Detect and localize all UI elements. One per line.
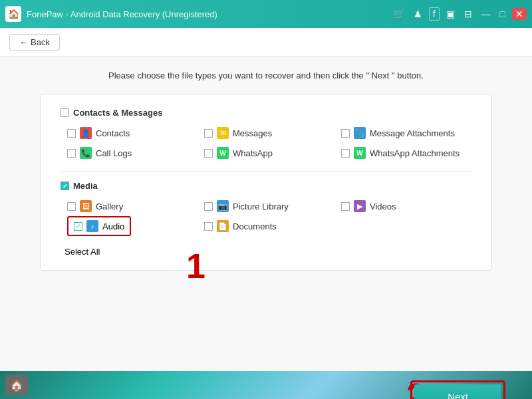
message-attachments-label: Message Attachments [370, 128, 455, 138]
media-label: Media [73, 181, 98, 191]
contacts-icon: 👤 [80, 127, 92, 139]
contacts-messages-checkbox[interactable] [61, 108, 69, 117]
call-logs-icon: 📞 [80, 147, 92, 159]
close-button[interactable]: ✕ [512, 8, 527, 20]
videos-label: Videos [370, 201, 396, 211]
message-attachments-item[interactable]: 📎 Message Attachments [341, 127, 471, 139]
documents-label: Documents [233, 221, 277, 231]
contacts-messages-grid: 👤 Contacts ✉ Messages 📎 Message Attachme… [61, 127, 471, 159]
messages-item[interactable]: ✉ Messages [204, 127, 334, 139]
audio-label: Audio [102, 221, 124, 231]
maximize-button[interactable]: □ [497, 7, 508, 21]
app-icon: 🏠 [5, 6, 21, 22]
window-controls: 🛒 ♟ f ▣ ⊟ — □ ✕ [390, 7, 527, 21]
next-button[interactable]: Next [414, 384, 501, 399]
videos-icon: ▶ [354, 200, 366, 212]
gallery-label: Gallery [96, 201, 123, 211]
gallery-icon: 🖼 [80, 200, 92, 212]
picture-library-item[interactable]: 📷 Picture Library [204, 200, 334, 212]
back-button[interactable]: ← Back [9, 34, 60, 51]
whatsapp-attachments-icon: W [354, 147, 366, 159]
contacts-checkbox[interactable] [67, 129, 76, 138]
section-divider [61, 171, 471, 172]
whatsapp-attachments-item[interactable]: W WhatsApp Attachments [341, 147, 471, 159]
back-arrow-icon: ← [19, 37, 28, 47]
account-icon[interactable]: ♟ [411, 7, 425, 21]
picture-library-checkbox[interactable] [204, 202, 213, 211]
picture-library-icon: 📷 [217, 200, 229, 212]
messages-icon: ✉ [217, 127, 229, 139]
whatsapp-attachments-label: WhatsApp Attachments [370, 148, 460, 158]
audio-icon: ♪ [86, 220, 98, 232]
select-all-row[interactable]: Select All [61, 247, 471, 257]
call-logs-label: Call Logs [96, 148, 132, 158]
media-section-header[interactable]: Media [61, 181, 471, 191]
picture-library-label: Picture Library [233, 201, 289, 211]
cart-icon[interactable]: 🛒 [390, 7, 407, 21]
documents-checkbox[interactable] [204, 222, 213, 231]
settings-icon[interactable]: ⊟ [462, 7, 475, 21]
messages-checkbox[interactable] [204, 129, 213, 138]
home-icon: 🏠 [10, 379, 23, 392]
instruction-text: Please choose the file types you want to… [27, 70, 505, 80]
call-logs-checkbox[interactable] [67, 149, 76, 158]
audio-checkbox[interactable] [74, 222, 82, 231]
selection-panel: Contacts & Messages 👤 Contacts ✉ Message… [40, 94, 492, 271]
back-label: Back [31, 37, 50, 47]
share-icon[interactable]: ▣ [444, 7, 458, 21]
whatsapp-icon: W [217, 147, 229, 159]
whatsapp-attachments-checkbox[interactable] [341, 149, 350, 158]
media-checkbox[interactable] [61, 182, 69, 190]
videos-checkbox[interactable] [341, 202, 350, 211]
app-title: FonePaw - Android Data Recovery (Unregis… [27, 9, 390, 19]
gallery-item[interactable]: 🖼 Gallery [67, 200, 198, 212]
whatsapp-item[interactable]: W WhatsApp [204, 147, 334, 159]
contacts-messages-label: Contacts & Messages [73, 108, 162, 118]
audio-item-highlighted[interactable]: ♪ Audio [67, 216, 131, 236]
nav-bar: ← Back [0, 28, 532, 57]
next-button-wrapper: Next [410, 380, 505, 399]
call-logs-item[interactable]: 📞 Call Logs [67, 147, 198, 159]
home-button[interactable]: 🏠 [5, 375, 28, 395]
gallery-checkbox[interactable] [67, 202, 76, 211]
videos-item[interactable]: ▶ Videos [341, 200, 471, 212]
contacts-messages-section-header[interactable]: Contacts & Messages [61, 108, 471, 118]
messages-label: Messages [233, 128, 272, 138]
contacts-item[interactable]: 👤 Contacts [67, 127, 198, 139]
documents-item[interactable]: 📄 Documents [204, 220, 334, 232]
facebook-icon[interactable]: f [429, 7, 440, 21]
title-bar: 🏠 FonePaw - Android Data Recovery (Unreg… [0, 0, 532, 28]
minimize-button[interactable]: — [479, 7, 493, 21]
message-attachments-icon: 📎 [354, 127, 366, 139]
main-content: Please choose the file types you want to… [0, 57, 532, 371]
media-grid: 🖼 Gallery 📷 Picture Library ▶ Videos [61, 200, 471, 212]
contacts-label: Contacts [96, 128, 130, 138]
documents-icon: 📄 [217, 220, 229, 232]
whatsapp-checkbox[interactable] [204, 149, 213, 158]
message-attachments-checkbox[interactable] [341, 129, 350, 138]
select-all-label: Select All [65, 247, 100, 257]
whatsapp-label: WhatsApp [233, 148, 273, 158]
